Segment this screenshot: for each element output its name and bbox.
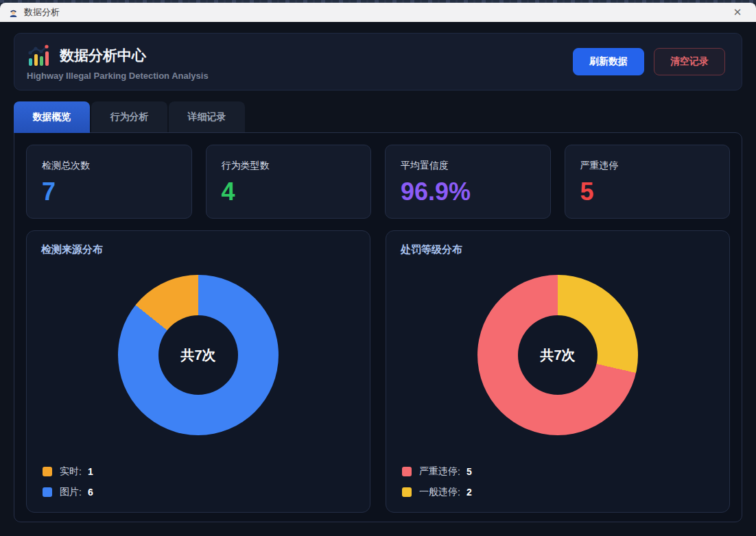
donut-center-label: 共7次	[180, 346, 215, 365]
legend-swatch	[43, 487, 52, 497]
stat-value: 7	[42, 178, 176, 206]
tab-bar: 数据概览 行为分析 详细记录	[14, 101, 742, 132]
legend-swatch	[402, 467, 412, 476]
stat-value: 96.9%	[401, 178, 535, 206]
legend-separator: :	[79, 487, 82, 498]
legend-separator: :	[458, 466, 460, 477]
legend-separator: :	[458, 487, 460, 498]
stat-label: 平均置信度	[401, 160, 535, 172]
header-card: 数据分析中心 Highway Illegal Parking Detection…	[14, 33, 742, 90]
legend-item-image: 图片: 6	[43, 486, 93, 498]
donut-hole: 共7次	[158, 315, 238, 395]
donut-chart-detection-source: 共7次	[118, 275, 279, 435]
header-actions: 刷新数据 清空记录	[573, 48, 725, 75]
legend-value: 5	[466, 466, 472, 477]
legend-value: 6	[88, 487, 93, 498]
tab-detailed-records[interactable]: 详细记录	[169, 101, 245, 132]
stat-label: 检测总次数	[42, 160, 176, 172]
chart-title: 处罚等级分布	[401, 243, 715, 256]
tab-behavior-analysis[interactable]: 行为分析	[91, 101, 167, 132]
clear-records-button[interactable]: 清空记录	[654, 48, 725, 75]
stat-card-serious-violations: 严重违停 5	[565, 145, 731, 219]
charts-row: 检测来源分布 共7次 实时: 1	[26, 230, 730, 513]
close-icon[interactable]: ✕	[727, 3, 748, 22]
page-subtitle: Highway Illegal Parking Detection Analys…	[27, 71, 209, 81]
police-officer-icon	[8, 8, 19, 18]
stat-card-avg-confidence: 平均置信度 96.9%	[385, 145, 551, 219]
legend-label: 实时	[60, 465, 79, 478]
legend-separator: :	[79, 466, 82, 477]
data-analysis-window: 数据分析 ✕ 数据分析中心	[0, 3, 756, 536]
legend-swatch	[43, 467, 52, 476]
tab-data-overview[interactable]: 数据概览	[14, 101, 90, 133]
stat-card-total-detections: 检测总次数 7	[26, 145, 192, 219]
legend-item-serious: 严重违停: 5	[402, 465, 472, 478]
legend-label: 图片	[60, 486, 79, 498]
header-left: 数据分析中心 Highway Illegal Parking Detection…	[27, 43, 209, 81]
analytics-chart-icon	[27, 43, 51, 68]
window-title: 数据分析	[24, 6, 60, 19]
legend-value: 2	[466, 487, 472, 498]
donut-center-label: 共7次	[540, 346, 575, 365]
legend-label: 严重违停	[419, 465, 458, 478]
stat-value: 5	[580, 178, 715, 206]
legend-swatch	[402, 487, 412, 497]
donut-chart-penalty-level: 共7次	[477, 275, 638, 435]
page-title: 数据分析中心	[60, 46, 146, 65]
window-titlebar: 数据分析 ✕	[0, 3, 756, 22]
stat-value: 4	[222, 178, 356, 206]
donut-hole: 共7次	[518, 315, 598, 395]
stats-row: 检测总次数 7 行为类型数 4 平均置信度 96.9% 严重违停 5	[26, 145, 730, 219]
chart-title: 检测来源分布	[41, 243, 355, 256]
chart-legend: 严重违停: 5 一般违停: 2	[402, 465, 472, 498]
window-content: 数据分析中心 Highway Illegal Parking Detection…	[0, 22, 756, 536]
tab-panel: 检测总次数 7 行为类型数 4 平均置信度 96.9% 严重违停 5	[14, 132, 742, 522]
legend-item-realtime: 实时: 1	[43, 465, 93, 478]
chart-card-penalty-level: 处罚等级分布 共7次 严重违停: 5	[386, 230, 730, 513]
chart-legend: 实时: 1 图片: 6	[43, 465, 93, 498]
legend-item-general: 一般违停: 2	[402, 486, 472, 498]
legend-label: 一般违停	[419, 486, 458, 498]
stat-label: 行为类型数	[222, 160, 356, 172]
chart-card-detection-source: 检测来源分布 共7次 实时: 1	[26, 230, 370, 513]
stat-label: 严重违停	[580, 160, 715, 172]
refresh-data-button[interactable]: 刷新数据	[573, 48, 644, 75]
stat-card-behavior-types: 行为类型数 4	[206, 145, 372, 219]
legend-value: 1	[88, 466, 93, 477]
